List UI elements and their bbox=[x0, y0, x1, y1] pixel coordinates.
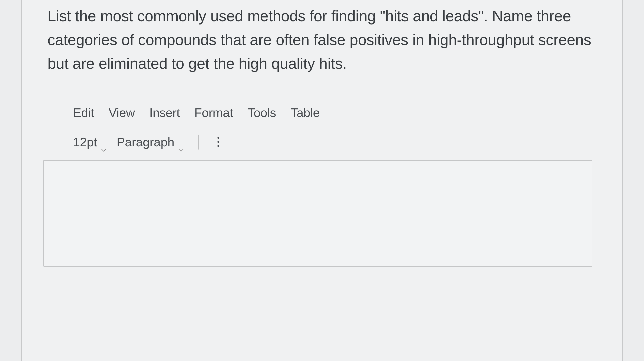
font-size-label: 12pt bbox=[73, 135, 97, 149]
chevron-down-icon bbox=[178, 140, 184, 144]
page-container: List the most commonly used methods for … bbox=[0, 0, 644, 361]
block-format-selector[interactable]: Paragraph bbox=[117, 135, 184, 149]
answer-text-input[interactable] bbox=[43, 160, 592, 267]
kebab-dot bbox=[218, 145, 219, 147]
menu-edit[interactable]: Edit bbox=[73, 106, 94, 120]
question-text: List the most commonly used methods for … bbox=[48, 4, 596, 76]
menu-tools[interactable]: Tools bbox=[248, 106, 276, 120]
more-options-button[interactable] bbox=[213, 135, 224, 149]
menu-table[interactable]: Table bbox=[290, 106, 320, 120]
toolbar-divider bbox=[198, 134, 199, 150]
chevron-down-icon bbox=[101, 140, 106, 144]
block-format-label: Paragraph bbox=[117, 135, 174, 149]
format-bar: 12pt Paragraph bbox=[73, 134, 596, 150]
kebab-dot bbox=[218, 141, 219, 143]
menu-insert[interactable]: Insert bbox=[149, 106, 180, 120]
font-size-selector[interactable]: 12pt bbox=[73, 135, 106, 149]
editor-toolbar: Edit View Insert Format Tools Table 12pt… bbox=[48, 106, 596, 150]
menu-format[interactable]: Format bbox=[194, 106, 233, 120]
menu-view[interactable]: View bbox=[108, 106, 135, 120]
menu-bar: Edit View Insert Format Tools Table bbox=[73, 106, 596, 120]
content-panel: List the most commonly used methods for … bbox=[21, 0, 623, 361]
kebab-dot bbox=[218, 137, 219, 139]
